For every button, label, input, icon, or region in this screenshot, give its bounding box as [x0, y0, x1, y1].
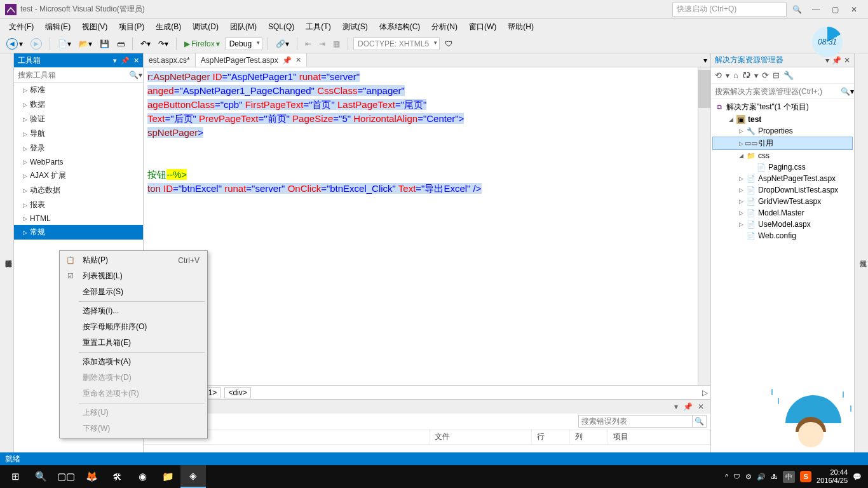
tree-file[interactable]: ▷📄DropDownListTest.aspx	[712, 184, 853, 196]
search-icon[interactable]: 🔍	[693, 415, 707, 428]
toolbox-cat-html[interactable]: ▷HTML	[14, 212, 143, 225]
toolbox-dropdown-icon[interactable]: ▾	[113, 57, 117, 65]
tree-file[interactable]: 📄Web.config	[712, 230, 853, 241]
menu-edit[interactable]: 编辑(E)	[40, 20, 76, 34]
refresh-icon[interactable]: ⟳	[762, 71, 769, 80]
toolbox-cat-webparts[interactable]: ▷WebParts	[14, 156, 143, 168]
tree-file[interactable]: ▷📄Model.Master	[712, 207, 853, 219]
ime-icon[interactable]: 中	[783, 471, 795, 483]
right-vertical-tab[interactable]: 属性	[854, 53, 868, 452]
search-icon[interactable]: 🔍▾	[128, 67, 143, 82]
toolbox-cat-standard[interactable]: ▷标准	[14, 83, 143, 97]
tree-file[interactable]: ▷📄GridViewTest.aspx	[712, 196, 853, 207]
notifications-icon[interactable]: 💬	[853, 473, 862, 481]
app-icon[interactable]: ◉	[130, 465, 155, 488]
tree-project[interactable]: ◢▣test	[712, 114, 853, 125]
maximize-icon[interactable]: ▢	[826, 3, 844, 17]
toolbox-cat-data[interactable]: ▷数据	[14, 97, 143, 112]
close-icon[interactable]: ✕	[295, 56, 301, 64]
context-menu-item[interactable]: 📋粘贴(P)Ctrl+V	[61, 252, 206, 268]
dropdown-icon[interactable]: ▾	[672, 402, 681, 411]
toolbox-pin-icon[interactable]: 📌	[121, 57, 130, 65]
taskbar-clock[interactable]: 20:442016/4/25	[817, 468, 848, 485]
explorer-icon[interactable]: 📁	[155, 465, 180, 488]
home-icon[interactable]: ⌂	[733, 71, 738, 80]
search-icon[interactable]: 🔍▾	[840, 84, 854, 98]
error-search-input[interactable]	[578, 415, 693, 428]
nav-forward-button[interactable]: ▶	[28, 36, 44, 51]
breadcrumb-end[interactable]: ▷	[702, 388, 708, 397]
menu-tools[interactable]: 工具(T)	[301, 20, 336, 34]
context-menu-item[interactable]: 选择项(I)...	[61, 303, 206, 319]
save-button[interactable]: 💾	[97, 37, 112, 50]
tab-aspnetpager[interactable]: AspNetPagerTest.aspx 📌✕	[196, 53, 307, 67]
menu-architecture[interactable]: 体系结构(C)	[374, 20, 426, 34]
menu-test[interactable]: 测试(S)	[337, 20, 373, 34]
close-icon[interactable]: ✕	[844, 56, 850, 65]
menu-build[interactable]: 生成(B)	[151, 20, 186, 34]
comment-button[interactable]: ▦	[330, 37, 342, 50]
toolbox-cat-ajax[interactable]: ▷AJAX 扩展	[14, 168, 143, 183]
tray-icon[interactable]: ⚙	[745, 473, 752, 481]
open-button[interactable]: 📂▾	[76, 37, 95, 50]
code-editor[interactable]: r:AspNetPager ID="AspNetPager1" runat="s…	[144, 67, 710, 385]
visual-studio-icon[interactable]: ◈	[180, 465, 206, 488]
menu-file[interactable]: 文件(F)	[4, 20, 39, 34]
start-debug-button[interactable]: ▶ Firefox ▾	[182, 37, 222, 50]
col-column[interactable]: 列	[570, 430, 608, 444]
outdent-button[interactable]: ⇤	[302, 37, 314, 50]
context-menu-item[interactable]: 重置工具箱(E)	[61, 335, 206, 351]
app-icon[interactable]: 🛠	[104, 465, 130, 488]
close-icon[interactable]: ✕	[695, 402, 707, 411]
col-line[interactable]: 行	[532, 430, 570, 444]
toolbox-cat-validation[interactable]: ▷验证	[14, 112, 143, 126]
toolbox-cat-reports[interactable]: ▷报表	[14, 198, 143, 212]
menu-project[interactable]: 项目(P)	[114, 20, 149, 34]
config-dropdown[interactable]: Debug	[225, 37, 262, 50]
validation-button[interactable]: 🛡	[442, 37, 455, 50]
browser-link-button[interactable]: 🔗▾	[273, 37, 292, 50]
sync-icon[interactable]: 🗘	[742, 71, 750, 80]
col-file[interactable]: 文件	[430, 430, 532, 444]
tab-overflow-icon[interactable]: ▾	[700, 53, 710, 67]
new-project-button[interactable]: 📄▾	[55, 37, 74, 50]
system-tray[interactable]: ^ 🛡 ⚙ 🔊 🖧 中 S 20:442016/4/25 💬	[725, 468, 865, 485]
tab-codebehind[interactable]: est.aspx.cs*	[144, 53, 196, 67]
tree-solution[interactable]: ⧉解决方案"test"(1 个项目)	[712, 100, 853, 114]
search-icon[interactable]: 🔍	[28, 465, 53, 488]
toolbox-cat-navigation[interactable]: ▷导航	[14, 126, 143, 141]
menu-sql[interactable]: SQL(Q)	[263, 20, 299, 33]
toolbox-cat-login[interactable]: ▷登录	[14, 141, 143, 156]
context-menu-item[interactable]: 全部显示(S)	[61, 284, 206, 300]
context-menu-item[interactable]: ☑列表视图(L)	[61, 268, 206, 284]
save-all-button[interactable]: 🗃	[114, 37, 127, 50]
vertical-scrollbar[interactable]	[698, 67, 710, 385]
doctype-dropdown[interactable]: DOCTYPE: XHTML5	[353, 37, 440, 50]
tree-references[interactable]: ▷▭▭引用	[712, 137, 853, 150]
tree-paging-css[interactable]: 📄Paging.css	[712, 161, 853, 173]
close-icon[interactable]: ✕	[845, 3, 863, 17]
menu-help[interactable]: 帮助(H)	[503, 20, 539, 34]
menu-view[interactable]: 视图(V)	[77, 20, 112, 34]
toolbox-search-input[interactable]	[14, 67, 128, 82]
pin-icon[interactable]: 📌	[282, 56, 292, 65]
pin-icon[interactable]: 📌	[832, 56, 841, 65]
tree-css-folder[interactable]: ◢📁css	[712, 150, 853, 161]
firefox-icon[interactable]: 🦊	[79, 465, 104, 488]
nav-back-button[interactable]: ◀▾	[4, 36, 25, 51]
quick-launch-input[interactable]: 快速启动 (Ctrl+Q)	[672, 3, 787, 17]
breadcrumb-div[interactable]: <div>	[224, 387, 250, 398]
undo-button[interactable]: ↶▾	[138, 37, 153, 50]
context-menu-item[interactable]: 按字母顺序排序(O)	[61, 319, 206, 335]
start-button[interactable]: ⊞	[3, 465, 28, 488]
tray-icon[interactable]: 🛡	[733, 473, 740, 480]
minimize-icon[interactable]: —	[807, 3, 825, 17]
redo-button[interactable]: ↷▾	[156, 37, 171, 50]
pin-icon[interactable]: 📌	[681, 402, 695, 411]
chevron-up-icon[interactable]: ^	[725, 473, 728, 480]
network-icon[interactable]: 🖧	[771, 473, 778, 480]
menu-team[interactable]: 团队(M)	[225, 20, 262, 34]
tree-properties[interactable]: ▷🔧Properties	[712, 125, 853, 137]
back-icon[interactable]: ⟲	[715, 71, 722, 80]
toolbox-cat-general[interactable]: ▷常规	[14, 225, 143, 240]
